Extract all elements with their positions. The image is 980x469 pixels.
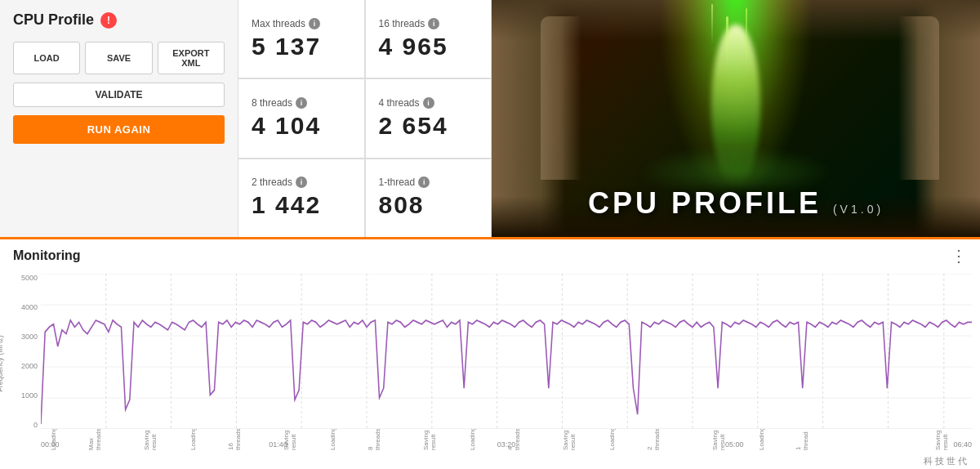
brand-times: TIMES — [904, 466, 967, 469]
stat-16-threads: 16 threads i 4 965 — [366, 0, 492, 78]
stat-label-8-threads: 8 threads — [252, 97, 292, 109]
cpu-profile-overlay-text: CPU PROFILE (V1.0) — [492, 186, 980, 221]
run-again-button[interactable]: RUN AGAIN — [13, 115, 225, 144]
brand-o2: O — [882, 466, 898, 469]
stat-value-8-threads: 4 104 — [252, 112, 351, 140]
chart-wrapper: Frequency (MHz) 0 1000 2000 3000 4000 50… — [0, 266, 980, 453]
x-tick-0000: 00:00 — [41, 440, 60, 449]
y-tick-5000: 5000 — [21, 274, 38, 282]
info-icon-max-threads[interactable]: i — [309, 18, 320, 29]
more-options-icon[interactable]: ⋮ — [951, 246, 967, 266]
x-tick-0140: 01:40 — [269, 440, 287, 449]
frequency-line-chart — [41, 274, 972, 429]
action-buttons-row: LOAD SAVE EXPORT XML — [13, 42, 225, 74]
cpu-profile-version: (V1.0) — [833, 203, 884, 216]
info-icon-1-thread[interactable]: i — [418, 176, 430, 188]
stat-label-2-threads: 2 threads — [252, 176, 292, 188]
game-image-panel: CPU PROFILE (V1.0) — [492, 0, 980, 237]
monitoring-title: Monitoring — [13, 248, 81, 263]
monitoring-header: Monitoring ⋮ — [0, 239, 980, 266]
brand-i2: i — [875, 466, 881, 469]
watermark-container: 科 技 世 代 iOiO TIMES www.ioiotimes.com — [853, 455, 967, 469]
stat-label-4-threads: 4 threads — [379, 97, 420, 109]
info-icon-2-threads[interactable]: i — [296, 176, 307, 188]
brand-o1: O — [859, 466, 875, 469]
info-icon-16-threads[interactable]: i — [428, 18, 439, 29]
stat-label-16-threads: 16 threads — [379, 18, 425, 29]
stat-4-threads: 4 threads i 2 654 — [366, 79, 492, 157]
x-tick-0640: 06:40 — [953, 440, 972, 449]
info-icon-4-threads[interactable]: i — [423, 97, 434, 109]
cpu-profile-main-text: CPU PROFILE (V1.0) — [588, 186, 884, 220]
left-panel: CPU Profile ! LOAD SAVE EXPORT XML VALID… — [0, 0, 238, 237]
stats-grid: Max threads i 5 137 16 threads i 4 965 8… — [238, 0, 492, 237]
validate-button[interactable]: VALIDATE — [13, 83, 225, 107]
y-tick-0: 0 — [33, 421, 38, 429]
stat-value-max-threads: 5 137 — [252, 33, 351, 60]
x-axis-ticks: 00:00 01:40 03:20 05:00 06:40 — [41, 440, 972, 449]
stat-value-16-threads: 4 965 — [379, 33, 479, 60]
warning-icon: ! — [100, 12, 117, 29]
stat-max-threads: Max threads i 5 137 — [238, 0, 364, 78]
chart-plot-area: Loading Max threads Saving result Loadin… — [41, 274, 972, 429]
load-button[interactable]: LOAD — [13, 42, 80, 74]
x-tick-0500: 05:00 — [725, 440, 744, 449]
chart-footer: CPU Clock Frequency (MHz) 科 技 世 代 iOiO T… — [0, 455, 980, 469]
info-icon-8-threads[interactable]: i — [296, 97, 307, 109]
y-tick-1000: 1000 — [21, 391, 38, 400]
y-tick-3000: 3000 — [21, 333, 38, 341]
stat-1-thread: 1-thread i 808 — [366, 159, 492, 237]
y-tick-4000: 4000 — [21, 303, 38, 311]
x-tick-0320: 03:20 — [497, 440, 516, 449]
stat-value-1-thread: 808 — [379, 191, 479, 219]
cpu-profile-title: CPU Profile — [13, 11, 94, 29]
stat-label-1-thread: 1-thread — [379, 176, 416, 188]
save-button[interactable]: SAVE — [85, 42, 152, 74]
panel-title-row: CPU Profile ! — [13, 11, 225, 29]
stat-value-4-threads: 2 654 — [379, 112, 479, 140]
stat-8-threads: 8 threads i 4 104 — [238, 79, 364, 157]
stat-value-2-threads: 1 442 — [252, 191, 351, 219]
monitoring-section: Monitoring ⋮ Frequency (MHz) 0 1000 2000… — [0, 237, 980, 469]
y-axis-label: Frequency (MHz) — [0, 335, 4, 392]
y-tick-2000: 2000 — [21, 362, 38, 370]
stat-2-threads: 2 threads i 1 442 — [238, 159, 364, 237]
stat-label-max-threads: Max threads — [252, 18, 305, 29]
y-axis-ticks: 0 1000 2000 3000 4000 5000 — [8, 274, 38, 429]
export-xml-button[interactable]: EXPORT XML — [158, 42, 225, 74]
